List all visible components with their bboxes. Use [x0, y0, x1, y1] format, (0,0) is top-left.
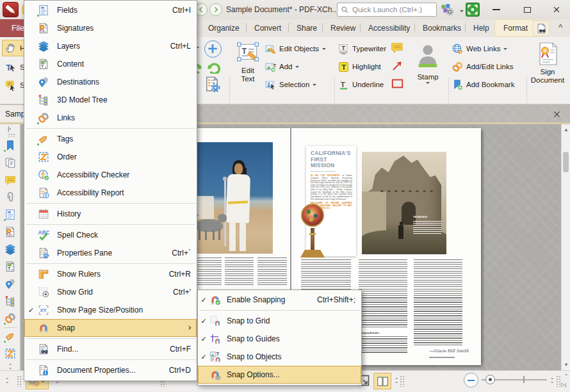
statusbar-more-right-icon[interactable]: ⌄⌄ — [549, 376, 555, 384]
vertical-scrollbar[interactable]: ▲ ▼ — [561, 124, 570, 370]
scroll-down-icon[interactable]: ▼ — [562, 360, 570, 369]
submenu-item-snap-to-objects[interactable]: ✓ Snap to Objects — [198, 348, 361, 366]
menu-item-order[interactable]: Order — [24, 148, 197, 166]
menu-item-spell-check[interactable]: Spell Check — [24, 226, 197, 244]
collapse-ribbon-icon[interactable]: ^ — [558, 23, 562, 31]
zoom-out-button[interactable] — [464, 373, 478, 388]
menu-item-layers[interactable]: LayersCtrl+L — [24, 37, 197, 55]
menu-item-properties-pane[interactable]: Properties PaneCtrl+` — [24, 244, 197, 262]
checkmark: ✓ — [198, 296, 209, 304]
minimize-button[interactable] — [487, 0, 506, 19]
menu-item-destinations[interactable]: Destinations — [24, 73, 197, 91]
close-button[interactable] — [547, 0, 566, 19]
destinations-panel-icon[interactable] — [4, 278, 16, 290]
arrow-annotation-icon[interactable] — [391, 60, 404, 72]
right-page-text-column — [414, 259, 462, 346]
tags-panel-icon[interactable] — [4, 331, 16, 342]
submenu-item-snap-to-grid[interactable]: ✓ Snap to Grid — [198, 312, 361, 330]
model-tree-panel-icon[interactable] — [4, 295, 16, 307]
next-view-icon[interactable]: ▷| — [561, 382, 566, 388]
right-grip[interactable] — [556, 375, 561, 387]
content-panel-icon[interactable] — [4, 261, 16, 272]
submenu-item-snap-options[interactable]: Snap Options... — [198, 366, 361, 384]
statusbar-grip[interactable] — [17, 375, 22, 387]
menu-item-show-grid[interactable]: Show GridCtrl+' — [24, 283, 197, 301]
menu-item-history[interactable]: History — [24, 205, 197, 223]
links-panel-icon[interactable] — [4, 313, 16, 324]
menu-item-3d-model-tree[interactable]: 3D Model Tree — [24, 91, 197, 109]
menu-item-snap[interactable]: Snap › — [24, 319, 197, 337]
sidebar-grip[interactable] — [8, 133, 15, 137]
tab-share[interactable]: Share — [290, 19, 323, 37]
sticky-note-icon[interactable] — [391, 41, 405, 54]
add-bookmark-button[interactable]: Add Bookmark — [452, 77, 514, 92]
layers-panel-icon[interactable] — [4, 243, 16, 255]
add-edit-links-button[interactable]: Add/Edit Links — [452, 59, 514, 74]
typewriter-button[interactable]: Typewriter — [338, 41, 386, 56]
menu-item-links[interactable]: Links — [24, 109, 197, 127]
menu-item-content[interactable]: Content — [24, 55, 197, 73]
edit-objects-button[interactable]: Edit Objects — [265, 41, 326, 56]
sidebar-more-icon[interactable]: ⌄⌄ — [7, 362, 13, 370]
tab-review[interactable]: Review — [324, 19, 362, 37]
menu-item-document-properties[interactable]: Document Properties...Ctrl+D — [24, 361, 197, 379]
zoom-slider-thumb[interactable] — [485, 375, 495, 384]
bookmarks-panel-icon[interactable] — [4, 140, 16, 151]
thumbnails-panel-icon[interactable] — [4, 157, 16, 168]
underline-button[interactable]: Underline — [338, 77, 384, 92]
submenu-item-enable-snapping[interactable]: ✓ Enable SnappingCtrl+Shift+; — [198, 291, 361, 309]
rectangle-annotation-icon[interactable] — [391, 78, 404, 90]
tab-bookmarks[interactable]: Bookmarks — [416, 19, 468, 37]
show-grid-icon — [38, 286, 49, 298]
fields-panel-icon[interactable] — [4, 209, 16, 220]
attachments-panel-icon[interactable] — [4, 192, 16, 203]
redo-icon[interactable] — [206, 58, 222, 74]
zoom-in-icon[interactable] — [204, 40, 222, 58]
highlight-button[interactable]: Highlight — [338, 59, 381, 74]
menu-item-show-page-size[interactable]: ✓ Show Page Size/Position — [24, 301, 197, 319]
menu-item-accessibility-report[interactable]: Accessibility Report — [24, 184, 197, 202]
ui-options-icon[interactable] — [441, 3, 455, 16]
fullscreen-icon[interactable] — [466, 3, 480, 17]
scrollbar-thumb[interactable] — [563, 152, 569, 172]
tab-format[interactable]: Format — [494, 19, 537, 37]
stamp-button[interactable]: Stamp — [412, 40, 444, 86]
selection-button[interactable]: Selection — [265, 77, 316, 92]
article-byline: —Grace Hill Smith — [429, 348, 469, 354]
two-page-view-button[interactable] — [373, 373, 391, 389]
view-modes-more-icon[interactable]: ⌄⌄ — [393, 376, 400, 384]
tab-convert[interactable]: Convert — [248, 19, 288, 37]
maximize-button[interactable] — [517, 0, 537, 19]
panel-collapse-icon[interactable]: ⌄ — [563, 372, 569, 376]
ui-options-dropdown-icon[interactable] — [460, 10, 464, 14]
signatures-panel-icon[interactable] — [4, 226, 16, 238]
menu-item-accessibility-checker[interactable]: Accessibility Checker — [24, 166, 197, 184]
find-document-icon[interactable] — [533, 20, 550, 36]
edit-text-button[interactable]: Edit Text — [232, 40, 264, 83]
comments-panel-icon[interactable] — [4, 174, 16, 186]
order-panel-icon[interactable] — [4, 348, 16, 359]
tab-accessibility[interactable]: Accessibility — [362, 19, 416, 37]
tab-organize[interactable]: Organize — [202, 19, 246, 37]
web-links-button[interactable]: Web Links — [452, 41, 507, 56]
statusbar-more-left-icon[interactable]: ⌄⌄ — [4, 376, 10, 384]
content-icon — [38, 58, 49, 70]
nav-forward-button[interactable] — [209, 3, 222, 16]
close-document-icon[interactable] — [548, 106, 565, 122]
properties-pane-ribbon-icon[interactable] — [204, 76, 220, 92]
menu-item-tags[interactable]: Tags — [24, 130, 197, 148]
highlight-icon — [338, 61, 349, 72]
menu-item-find[interactable]: Find...Ctrl+F — [24, 340, 197, 358]
spell-check-icon — [38, 229, 49, 241]
scroll-up-icon[interactable]: ▲ — [562, 125, 570, 134]
zoom-grip[interactable] — [400, 375, 405, 387]
menu-item-signatures[interactable]: Signatures — [24, 19, 197, 37]
add-button[interactable]: Add — [265, 59, 299, 74]
sidebar-collapse-icon[interactable]: |‹ — [8, 126, 18, 132]
menu-item-show-rulers[interactable]: Show RulersCtrl+R — [24, 265, 197, 283]
menu-item-fields[interactable]: FieldsCtrl+I — [24, 1, 197, 19]
sign-document-button[interactable]: Sign Document — [529, 40, 566, 85]
tab-help[interactable]: Help — [467, 19, 496, 37]
submenu-item-snap-to-guides[interactable]: ✓ Snap to Guides — [198, 330, 361, 348]
quick-launch-input[interactable]: Quick Launch (Ctrl+.) — [337, 3, 437, 17]
